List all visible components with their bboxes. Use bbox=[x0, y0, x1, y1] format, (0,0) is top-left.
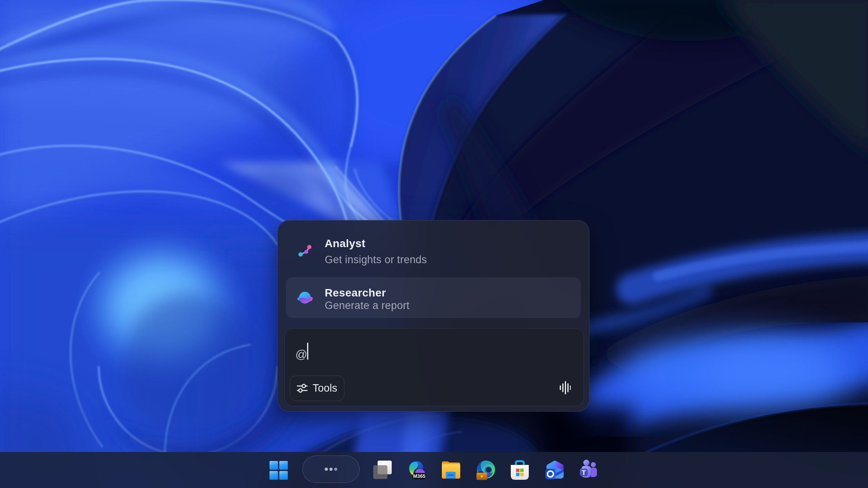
svg-text:T: T bbox=[582, 469, 586, 477]
svg-text:M365: M365 bbox=[413, 474, 425, 479]
